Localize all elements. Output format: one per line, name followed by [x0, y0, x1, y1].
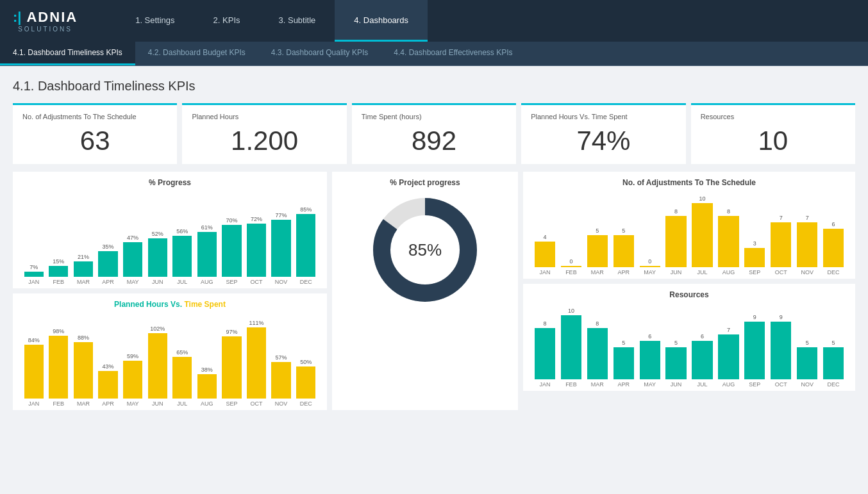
res-bar-chart: 8JAN10FEB8MAR5APR6MAY5JUN6JUL7AUG9SEP9OC…: [530, 304, 849, 388]
bar-col-jan: 84%JAN: [22, 337, 46, 407]
bar-col-mar: 5MAR: [585, 227, 610, 276]
bar-rect: [74, 342, 93, 399]
logo-text: ADNIA: [26, 9, 78, 26]
bar-rect: [98, 251, 117, 277]
sub-tab-timeliness[interactable]: 4.1. Dashboard Timeliness KPIs: [0, 42, 135, 65]
bar-rect: [587, 235, 608, 267]
bar-rect: [271, 220, 290, 277]
bar-value-label: 97%: [226, 329, 237, 335]
bar-value-label: 56%: [176, 228, 188, 235]
bar-rect: [247, 224, 266, 277]
bar-rect: [172, 357, 192, 399]
bar-col-nov: 57%NOV: [270, 354, 293, 407]
bar-col-aug: 8AUG: [716, 208, 740, 276]
bar-month-label: OCT: [250, 400, 262, 407]
charts-row: % Progress 7%JAN15%FEB21%MAR35%APR47%MAY…: [13, 172, 855, 410]
bar-value-label: 5: [622, 340, 625, 346]
nav-subtitle[interactable]: 3. Subtitle: [260, 0, 335, 42]
bar-rect: [98, 371, 117, 399]
bar-value-label: 7: [780, 215, 783, 221]
bar-value-label: 7%: [29, 264, 38, 270]
bar-value-label: 7: [806, 215, 809, 221]
bar-value-label: 6: [832, 221, 835, 227]
bar-rect: [692, 341, 712, 379]
resources-chart: Resources 8JAN10FEB8MAR5APR6MAY5JUN6JUL7…: [523, 284, 855, 391]
bar-month-label: JUN: [671, 381, 682, 388]
bar-value-label: 111%: [249, 320, 263, 326]
bar-rect: [49, 336, 68, 399]
bar-rect: [296, 214, 315, 277]
bar-col-may: 0MAY: [638, 258, 662, 276]
kpi-planned-hours-value: 1.200: [192, 126, 337, 156]
bar-col-dec: 85%DEC: [294, 206, 317, 285]
bar-month-label: APR: [102, 279, 114, 285]
bar-rect: [271, 362, 290, 399]
bar-month-label: MAR: [591, 381, 604, 388]
sub-tab-effectiveness[interactable]: 4.4. Dashboard Effectiveness KPIs: [381, 42, 525, 65]
logo-subtitle: SOLUTIONS: [18, 26, 72, 33]
bar-month-label: MAY: [127, 279, 139, 285]
bar-month-label: OCT: [775, 269, 787, 276]
bar-value-label: 52%: [152, 231, 163, 237]
bar-value-label: 9: [753, 314, 756, 320]
sub-tab-quality[interactable]: 4.3. Dashboard Quality KPIs: [258, 42, 381, 65]
sub-tab-bar: 4.1. Dashboard Timeliness KPIs 4.2. Dash…: [0, 42, 868, 66]
bar-col-mar: 88%MAR: [72, 334, 95, 407]
planned-vs-spent-title: Planned Hours Vs. Time Spent: [19, 300, 321, 309]
nav-settings[interactable]: 1. Settings: [116, 0, 194, 42]
kpi-planned-vs-spent-value: 74%: [531, 126, 676, 156]
app-logo: :| ADNIA SOLUTIONS: [13, 9, 78, 33]
bar-value-label: 6: [648, 333, 651, 340]
bar-value-label: 84%: [28, 337, 40, 343]
sub-tab-budget[interactable]: 4.2. Dashboard Budget KPIs: [135, 42, 258, 65]
bar-rect: [640, 266, 660, 267]
bar-month-label: JAN: [539, 269, 550, 276]
bar-rect: [744, 322, 765, 379]
bar-value-label: 4: [543, 234, 546, 240]
bar-value-label: 85%: [300, 206, 312, 213]
bar-col-mar: 21%MAR: [72, 254, 95, 285]
bar-rect: [823, 229, 844, 267]
bar-col-jun: 8JUN: [664, 208, 689, 276]
pvs-bar-chart: 84%JAN98%FEB88%MAR43%APR59%MAY102%JUN65%…: [19, 314, 321, 407]
kpi-time-spent-value: 892: [362, 126, 506, 156]
nav-dashboards[interactable]: 4. Dashboards: [335, 0, 428, 42]
bar-value-label: 8: [543, 320, 546, 327]
bar-col-feb: 0FEB: [559, 258, 583, 276]
bar-value-label: 21%: [78, 254, 89, 260]
bar-rect: [640, 341, 660, 379]
bar-month-label: OCT: [775, 381, 787, 388]
bar-rect: [823, 347, 844, 379]
bar-month-label: MAY: [644, 269, 656, 276]
bar-value-label: 57%: [276, 354, 287, 361]
kpi-planned-hours-label: Planned Hours: [192, 113, 337, 120]
bar-value-label: 10: [699, 195, 705, 202]
bar-col-may: 47%MAY: [121, 235, 144, 285]
bar-month-label: DEC: [300, 279, 312, 285]
kpi-resources-label: Resources: [701, 113, 846, 120]
bar-month-label: FEB: [565, 381, 577, 388]
nav-kpis[interactable]: 2. KPIs: [194, 0, 260, 42]
adjustments-chart-title: No. of Adjustments To The Schedule: [530, 178, 849, 187]
bar-month-label: MAR: [77, 400, 90, 407]
bar-value-label: 102%: [150, 325, 165, 332]
bar-rect: [123, 242, 142, 277]
bar-month-label: APR: [617, 381, 630, 388]
bar-col-aug: 7AUG: [716, 327, 740, 388]
page-title: 4.1. Dashboard Timeliness KPIs: [13, 79, 855, 94]
adjustments-chart: No. of Adjustments To The Schedule 4JAN0…: [523, 172, 855, 279]
bar-rect: [771, 322, 791, 379]
kpi-adjustments-label: No. of Adjustments To The Schedule: [22, 113, 167, 120]
bar-col-sep: 97%SEP: [221, 329, 244, 407]
donut-chart-title: % Project progress: [390, 178, 460, 187]
bar-value-label: 0: [569, 258, 572, 265]
resources-chart-title: Resources: [530, 290, 849, 299]
bar-value-label: 9: [780, 314, 783, 320]
bar-rect: [744, 248, 765, 267]
bar-month-label: JUL: [697, 269, 707, 276]
bar-month-label: JUL: [177, 279, 187, 285]
bar-value-label: 61%: [201, 224, 213, 231]
bar-month-label: MAY: [644, 381, 656, 388]
bar-month-label: JAN: [28, 400, 39, 407]
bar-col-oct: 72%OCT: [245, 216, 268, 285]
